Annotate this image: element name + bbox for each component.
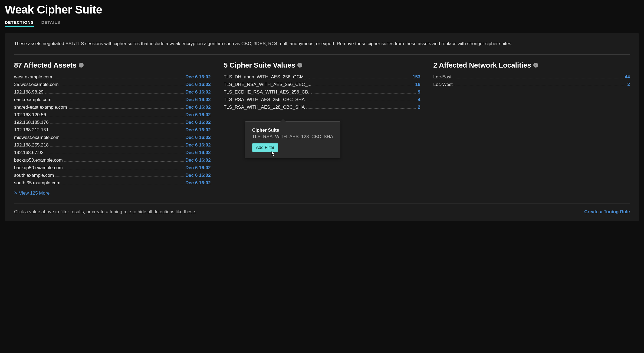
list-item[interactable]: 192.168.255.218Dec 6 16:02 <box>14 141 211 149</box>
localities-title: 2 Affected Network Localities <box>433 61 531 69</box>
page-title: Weak Cipher Suite <box>5 3 639 16</box>
info-icon[interactable]: i <box>297 63 302 68</box>
list-item[interactable]: shared-east.example.comDec 6 16:02 <box>14 104 211 111</box>
view-more-link[interactable]: View 125 More <box>14 191 50 196</box>
cipher-popover: Cipher Suite TLS_RSA_WITH_AES_128_CBC_SH… <box>245 121 341 158</box>
cipher-values-title: 5 Cipher Suite Values <box>224 61 295 69</box>
tabs: DETECTIONS DETAILS <box>5 20 639 27</box>
list-item[interactable]: Loc-East44 <box>433 73 630 81</box>
info-icon[interactable]: i <box>533 63 538 68</box>
list-item[interactable]: TLS_ECDHE_RSA_WITH_AES_256_CB...9 <box>224 88 420 96</box>
list-item[interactable]: south.35.example.comDec 6 16:02 <box>14 179 211 187</box>
localities-list: Loc-East44 Loc-West2 <box>433 73 630 88</box>
list-item[interactable]: Loc-West2 <box>433 81 630 88</box>
list-item[interactable]: 192.168.212.151Dec 6 16:02 <box>14 126 211 134</box>
detection-panel: These assets negotiated SSL/TLS sessions… <box>5 33 639 221</box>
cursor-icon <box>271 151 275 158</box>
affected-assets-title: 87 Affected Assets <box>14 61 77 69</box>
list-item[interactable]: backup50.example.comDec 6 16:02 <box>14 156 211 164</box>
list-item[interactable]: TLS_DHE_RSA_WITH_AES_256_CBC_...16 <box>224 81 420 88</box>
popover-title: Cipher Suite <box>252 128 333 133</box>
list-item[interactable]: 35.west.example.comDec 6 16:02 <box>14 81 211 88</box>
list-item[interactable]: 192.168.98.29Dec 6 16:02 <box>14 88 211 96</box>
list-item[interactable]: TLS_DH_anon_WITH_AES_256_GCM_...153 <box>224 73 420 81</box>
chevrons-down-icon <box>14 191 17 195</box>
cipher-values-list: TLS_DH_anon_WITH_AES_256_GCM_...153 TLS_… <box>224 73 420 111</box>
list-item[interactable]: south.example.comDec 6 16:02 <box>14 172 211 179</box>
affected-assets-list: west.example.comDec 6 16:02 35.west.exam… <box>14 73 211 187</box>
list-item[interactable]: midwest.example.comDec 6 16:02 <box>14 134 211 141</box>
list-item[interactable]: 192.168.185.176Dec 6 16:02 <box>14 119 211 126</box>
list-item[interactable]: TLS_RSA_WITH_AES_256_CBC_SHA4 <box>224 96 420 104</box>
list-item[interactable]: east.example.comDec 6 16:02 <box>14 96 211 104</box>
footer-hint: Click a value above to filter results, o… <box>14 209 196 215</box>
list-item[interactable]: 192.168.120.56Dec 6 16:02 <box>14 111 211 119</box>
create-tuning-rule-link[interactable]: Create a Tuning Rule <box>584 209 630 215</box>
list-item[interactable]: 192.168.67.92Dec 6 16:02 <box>14 149 211 156</box>
list-item[interactable]: west.example.comDec 6 16:02 <box>14 73 211 81</box>
popover-value: TLS_RSA_WITH_AES_128_CBC_SHA <box>252 134 333 139</box>
info-icon[interactable]: i <box>79 63 84 68</box>
tab-details[interactable]: DETAILS <box>41 20 60 27</box>
list-item[interactable]: TLS_RSA_WITH_AES_128_CBC_SHA2 <box>224 104 420 111</box>
list-item[interactable]: backup50.example.comDec 6 16:02 <box>14 164 211 172</box>
tab-detections[interactable]: DETECTIONS <box>5 20 34 27</box>
add-filter-button[interactable]: Add Filter <box>252 143 278 152</box>
detection-description: These assets negotiated SSL/TLS sessions… <box>14 41 630 55</box>
cipher-values-column: 5 Cipher Suite Values i TLS_DH_anon_WITH… <box>224 61 420 196</box>
localities-column: 2 Affected Network Localities i Loc-East… <box>433 61 630 196</box>
affected-assets-column: 87 Affected Assets i west.example.comDec… <box>14 61 211 196</box>
